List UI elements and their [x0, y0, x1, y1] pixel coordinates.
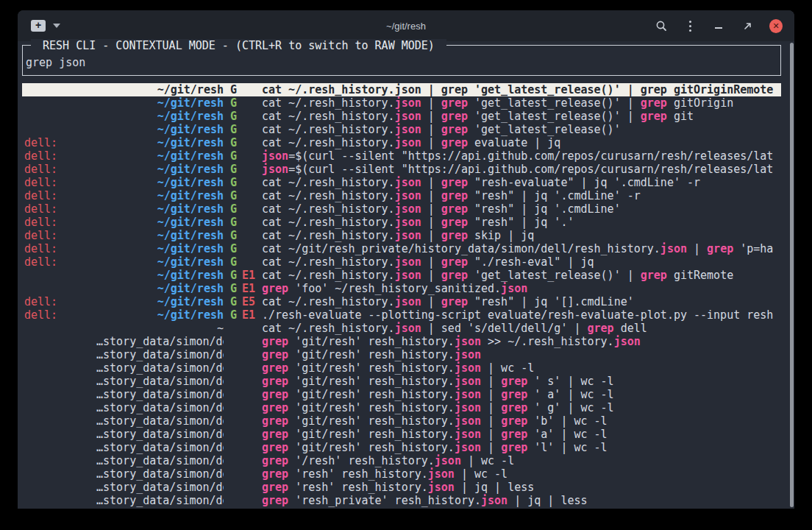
history-row[interactable]: …story_data/simon/dell_erasmusgrep 'git/…: [22, 441, 781, 454]
host-dir-cell: …story_data/simon/dell_erasmus: [24, 441, 224, 454]
history-row[interactable]: ~/git/reshGcat ~/.resh_history.json | gr…: [22, 83, 781, 96]
flags-cell: G: [224, 96, 262, 110]
command-text: cat ~/.resh_history.json | grep "resh-ev…: [262, 176, 781, 189]
command-text: cat ~/.resh_history.json | grep 'get_lat…: [262, 123, 781, 136]
history-row[interactable]: ~/git/reshGE1cat ~/.resh_history.json | …: [22, 269, 781, 282]
flags-cell: GE5: [224, 295, 262, 308]
flags-cell: GE1: [224, 269, 262, 282]
host-dir-cell: dell:~/git/resh: [24, 255, 224, 269]
host-dir-cell: dell:~/git/resh: [24, 202, 224, 216]
command-text: grep 'foo' ~/resh_history_sanitized.json: [262, 282, 781, 295]
directory-label: ~/git/resh: [96, 295, 224, 308]
history-row[interactable]: ~cat ~/.resh_history.json | sed 's/dell/…: [22, 322, 781, 335]
history-row[interactable]: ~/git/reshGcat ~/.resh_history.json | gr…: [22, 123, 781, 136]
directory-label: ~/git/resh: [96, 202, 224, 216]
host-dir-cell: ~/git/resh: [24, 123, 224, 136]
host-label: dell:: [24, 308, 96, 322]
host-dir-cell: …story_data/simon/dell_erasmus: [24, 414, 224, 428]
history-row[interactable]: dell:~/git/reshGE1./resh-evaluate --plot…: [22, 308, 781, 322]
history-row[interactable]: dell:~/git/reshGcat ~/.resh_history.json…: [22, 202, 781, 216]
history-row[interactable]: dell:~/git/reshGjson=$(curl --silent "ht…: [22, 149, 781, 163]
history-row[interactable]: …story_data/simon/dell_erasmusgrep 'git/…: [22, 335, 781, 348]
host-dir-cell: dell:~/git/resh: [24, 163, 224, 176]
directory-label: ~/git/resh: [96, 123, 224, 136]
git-flag: G: [230, 308, 237, 322]
command-text: cat ~/.resh_history.json | grep 'get_lat…: [262, 83, 781, 96]
command-text: grep 'git/resh' resh_history.json | grep…: [262, 428, 781, 441]
terminal-content: RESH CLI - CONTEXTUAL MODE - (CTRL+R to …: [18, 41, 794, 509]
restore-icon: [743, 21, 752, 31]
search-button[interactable]: [655, 19, 668, 32]
host-dir-cell: …story_data/simon/dell_erasmus: [24, 388, 224, 401]
command-text: grep 'resh_private' resh_history.json | …: [262, 494, 781, 507]
command-text: ./resh-evaluate --plotting-script evalua…: [262, 308, 781, 322]
history-row[interactable]: dell:~/git/reshGcat ~/.resh_history.json…: [22, 189, 781, 202]
history-row[interactable]: dell:~/git/reshGjson=$(curl --silent "ht…: [22, 163, 781, 176]
history-row[interactable]: dell:~/git/reshGcat ~/.resh_history.json…: [22, 216, 781, 229]
command-text: grep 'git/resh' resh_history.json | grep…: [262, 388, 781, 401]
history-row[interactable]: …story_data/simon/dell_erasmusgrep 'git/…: [22, 388, 781, 401]
host-label: [24, 401, 96, 414]
command-text: grep 'git/resh' resh_history.json | grep…: [262, 375, 781, 388]
flags-cell: G: [224, 110, 262, 123]
directory-label: ~/git/resh: [96, 255, 224, 269]
host-label: [24, 83, 96, 96]
history-row[interactable]: …story_data/simon/dell_erasmusgrep 'git/…: [22, 414, 781, 428]
directory-label: …story_data/simon/dell_erasmus: [96, 467, 224, 481]
flags-cell: [224, 454, 262, 467]
directory-label: …story_data/simon/dell_erasmus: [96, 401, 224, 414]
history-row[interactable]: …story_data/simon/dell_erasmusgrep '/res…: [22, 454, 781, 467]
history-row[interactable]: ~/git/reshGcat ~/.resh_history.json | gr…: [22, 96, 781, 110]
minimize-button[interactable]: [712, 19, 725, 32]
history-row[interactable]: dell:~/git/reshGcat ~/.resh_history.json…: [22, 229, 781, 242]
tab-dropdown-icon[interactable]: [53, 24, 60, 28]
history-row[interactable]: …story_data/simon/dell_erasmusgrep 'resh…: [22, 494, 781, 507]
history-row[interactable]: …story_data/simon/dell_erasmusgrep 'git/…: [22, 361, 781, 375]
flags-cell: [224, 401, 262, 414]
restore-button[interactable]: [741, 19, 754, 32]
resh-mode-title: RESH CLI - CONTEXTUAL MODE - (CTRL+R to …: [31, 39, 446, 52]
host-label: [24, 494, 96, 507]
flags-cell: G: [224, 202, 262, 216]
history-row[interactable]: …story_data/simon/dell_erasmusgrep 'git/…: [22, 348, 781, 361]
new-tab-button[interactable]: [31, 20, 46, 32]
git-flag: G: [230, 110, 237, 123]
flags-cell: [224, 361, 262, 375]
directory-label: ~/git/resh: [96, 269, 224, 282]
flags-cell: G: [224, 163, 262, 176]
history-row[interactable]: dell:~/git/reshGE5cat ~/.resh_history.js…: [22, 295, 781, 308]
exit-status-flag: E5: [242, 295, 255, 308]
history-row[interactable]: dell:~/git/reshGcat ~/git/resh_private/h…: [22, 242, 781, 255]
command-text: cat ~/git/resh_private/history_data/simo…: [262, 242, 781, 255]
command-text: grep 'git/resh' resh_history.json | grep…: [262, 441, 781, 454]
history-row[interactable]: …story_data/simon/dell_erasmusgrep 'git/…: [22, 375, 781, 388]
git-flag: G: [230, 229, 237, 242]
command-text: grep 'git/resh' resh_history.json: [262, 348, 781, 361]
history-row[interactable]: dell:~/git/reshGcat ~/.resh_history.json…: [22, 136, 781, 149]
history-row[interactable]: …story_data/simon/dell_erasmusgrep 'resh…: [22, 481, 781, 494]
history-row[interactable]: ~/git/reshGcat ~/.resh_history.json | gr…: [22, 110, 781, 123]
git-flag: G: [230, 269, 237, 282]
host-label: dell:: [24, 255, 96, 269]
command-text: cat ~/.resh_history.json | grep "resh" |…: [262, 216, 781, 229]
close-button[interactable]: ✕: [769, 19, 783, 32]
kebab-icon: [689, 21, 691, 23]
directory-label: ~/git/resh: [96, 96, 224, 110]
flags-cell: [224, 467, 262, 481]
flags-cell: G: [224, 176, 262, 189]
command-text: cat ~/.resh_history.json | grep 'get_lat…: [262, 269, 781, 282]
history-row[interactable]: dell:~/git/reshGcat ~/.resh_history.json…: [22, 255, 781, 269]
host-label: [24, 375, 96, 388]
directory-label: ~/git/resh: [96, 136, 224, 149]
git-flag: G: [230, 282, 237, 295]
git-flag: G: [230, 255, 237, 269]
history-row[interactable]: ~/git/reshGE1grep 'foo' ~/resh_history_s…: [22, 282, 781, 295]
host-label: [24, 96, 96, 110]
history-row[interactable]: …story_data/simon/dell_erasmusgrep 'resh…: [22, 467, 781, 481]
command-text: cat ~/.resh_history.json | grep "resh" |…: [262, 202, 781, 216]
history-row[interactable]: …story_data/simon/dell_erasmusgrep 'git/…: [22, 428, 781, 441]
menu-button[interactable]: [683, 19, 697, 32]
history-row[interactable]: …story_data/simon/dell_erasmusgrep 'git/…: [22, 401, 781, 414]
history-row[interactable]: dell:~/git/reshGcat ~/.resh_history.json…: [22, 176, 781, 189]
scrollbar[interactable]: [790, 43, 794, 507]
